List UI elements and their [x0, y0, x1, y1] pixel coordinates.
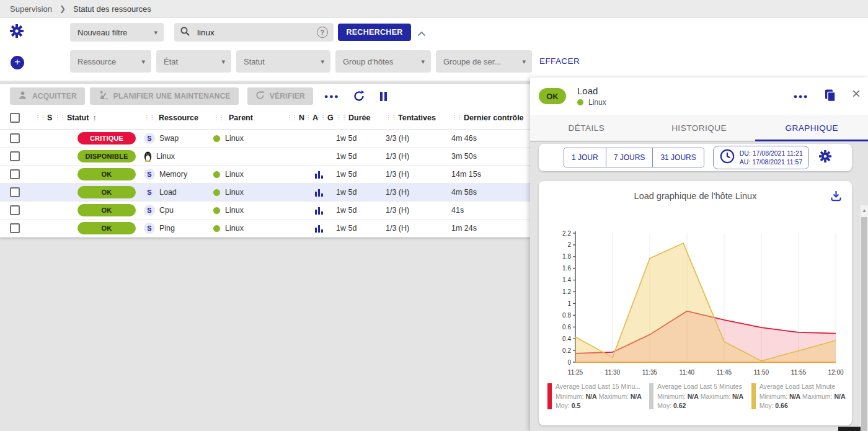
criteria-chip-statut[interactable]: Statut▾: [236, 50, 330, 73]
more-actions-icon[interactable]: ●●●: [324, 92, 339, 100]
chevron-down-icon: ▾: [421, 58, 425, 66]
row-checkbox[interactable]: [10, 169, 20, 179]
drag-handle-icon[interactable]: ⋮⋮: [213, 114, 224, 121]
add-criteria-button[interactable]: +: [11, 56, 24, 69]
drag-handle-icon[interactable]: ⋮⋮: [300, 114, 311, 121]
range-button-1-jour[interactable]: 1 JOUR: [564, 148, 606, 167]
tab-graphique[interactable]: GRAPHIQUE: [755, 115, 868, 141]
load-chart[interactable]: 11:2511:3011:3511:4011:4511:5011:5512:00…: [547, 226, 844, 380]
column-header-dur-e[interactable]: ⋮⋮Durée: [336, 113, 386, 122]
range-button-7-jours[interactable]: 7 JOURS: [606, 148, 653, 167]
table-row-linux[interactable]: DISPONIBLELinux1w 5d1/3 (H)3m 50s: [0, 148, 530, 166]
drag-handle-icon[interactable]: ⋮⋮: [386, 114, 396, 121]
criteria-chip-groupe-de-ser-[interactable]: Groupe de ser...▾: [436, 50, 532, 73]
column-header-g[interactable]: ⋮⋮G: [315, 113, 336, 122]
drag-handle-icon[interactable]: ⋮⋮: [55, 114, 65, 121]
row-checkbox[interactable]: [10, 205, 20, 215]
table-row-ping[interactable]: OKSPingLinux1w 5d1/3 (H)1m 24s: [0, 220, 530, 238]
refresh-icon[interactable]: [353, 90, 365, 102]
table-body: CRITIQUESSwapLinux1w 5d3/3 (H)4m 46sDISP…: [0, 130, 530, 238]
breadcrumb-section[interactable]: Supervision: [10, 4, 52, 14]
parent-name[interactable]: Linux: [225, 170, 244, 179]
column-header-tentatives[interactable]: ⋮⋮Tentatives: [386, 113, 451, 122]
criteria-chip--tat[interactable]: État▾: [156, 50, 231, 73]
panel-parent-host[interactable]: Linux: [588, 98, 606, 107]
parent-name[interactable]: Linux: [225, 206, 244, 215]
resource-name[interactable]: Load: [159, 188, 177, 197]
breadcrumb-page[interactable]: Statut des ressources: [73, 4, 151, 14]
table-row-cpu[interactable]: OKSCpuLinux1w 5d1/3 (H)41s: [0, 202, 530, 220]
criteria-chip-ressource[interactable]: Ressource▾: [70, 50, 151, 73]
parent-name[interactable]: Linux: [225, 134, 244, 143]
range-button-31-jours[interactable]: 31 JOURS: [652, 148, 703, 167]
row-checkbox[interactable]: [10, 223, 20, 233]
export-download-icon[interactable]: [830, 190, 842, 204]
column-header-ressource[interactable]: ⋮⋮Ressource: [139, 113, 211, 122]
column-header-statut[interactable]: ⋮⋮Statut↑: [55, 113, 139, 122]
check-button[interactable]: VÉRIFIER: [247, 87, 313, 105]
resource-name[interactable]: Swap: [159, 134, 179, 143]
tab-historique[interactable]: HISTORIQUE: [643, 115, 756, 141]
column-label: Ressource: [159, 113, 198, 122]
search-button[interactable]: RECHERCHER: [338, 24, 411, 41]
row-checkbox[interactable]: [10, 187, 20, 197]
table-row-load[interactable]: OKSLoadLinux1w 5d1/3 (H)4m 58s: [0, 184, 530, 202]
row-checkbox[interactable]: [10, 151, 20, 161]
drag-handle-icon[interactable]: ⋮⋮: [336, 114, 347, 121]
pause-icon[interactable]: [379, 92, 388, 101]
search-box[interactable]: ?: [174, 23, 334, 42]
drag-handle-icon[interactable]: ⋮⋮: [315, 114, 326, 121]
copy-link-icon[interactable]: [823, 89, 837, 105]
panel-more-actions-icon[interactable]: ●●●: [794, 92, 808, 100]
graph-settings-gear-icon[interactable]: [819, 150, 831, 165]
legend-item[interactable]: Average Load Last 5 MinutesMinimum: N/A …: [649, 382, 743, 411]
criteria-chip-label: Ressource: [78, 57, 116, 66]
search-help-icon[interactable]: ?: [317, 27, 328, 38]
column-header-parent[interactable]: ⋮⋮Parent: [211, 113, 286, 122]
table-row-memory[interactable]: OKSMemoryLinux1w 5d1/3 (H)14m 15s: [0, 166, 530, 184]
criteria-chip-group-d-h-tes[interactable]: Group d'hôtes▾: [335, 50, 431, 73]
resource-name[interactable]: Memory: [159, 170, 187, 179]
graph-icon[interactable]: [315, 207, 324, 215]
collapse-filters-chevron-up-icon[interactable]: [417, 28, 426, 39]
legend-item[interactable]: Average Load Last 15 Minu...Minimum: N/A…: [547, 382, 642, 411]
table-header-row: ⋮⋮S⋮⋮Statut↑⋮⋮Ressource⋮⋮Parent⋮⋮N⋮⋮A⋮⋮G…: [0, 106, 530, 130]
scrollbar-thumb[interactable]: [861, 217, 867, 431]
parent-name[interactable]: Linux: [225, 224, 244, 233]
acknowledge-button[interactable]: ACQUITTER: [10, 87, 85, 105]
drag-handle-icon[interactable]: ⋮⋮: [144, 114, 154, 121]
scroll-up-arrow-icon[interactable]: ▲: [861, 205, 868, 216]
drag-handle-icon[interactable]: ⋮⋮: [451, 114, 462, 121]
legend-item[interactable]: Average Load Last MinuteMinimum: N/A Max…: [751, 382, 846, 411]
filter-settings-gear-icon[interactable]: [10, 24, 24, 40]
graph-icon[interactable]: [315, 224, 324, 233]
panel-vertical-scrollbar[interactable]: ▲: [861, 205, 868, 431]
drag-handle-icon[interactable]: ⋮⋮: [35, 114, 45, 121]
close-panel-icon[interactable]: ×: [852, 86, 861, 101]
select-all-checkbox[interactable]: [10, 113, 20, 123]
parent-name[interactable]: Linux: [225, 188, 244, 197]
clear-filters-button[interactable]: EFFACER: [539, 56, 580, 66]
column-header-n[interactable]: ⋮⋮N: [286, 113, 300, 122]
resource-name[interactable]: Ping: [159, 224, 175, 233]
column-header-a[interactable]: ⋮⋮A: [300, 113, 315, 122]
table-row-swap[interactable]: CRITIQUESSwapLinux1w 5d3/3 (H)4m 46s: [0, 130, 530, 148]
resource-name[interactable]: Linux: [156, 152, 175, 161]
tab-d-tails[interactable]: DÉTAILS: [530, 115, 643, 141]
custom-period-box[interactable]: DU: 17/08/2021 11:21 AU: 17/08/2021 11:5…: [713, 146, 809, 169]
saved-filter-select[interactable]: Nouveau filtre ▾: [70, 23, 164, 42]
graph-icon[interactable]: [315, 171, 324, 179]
row-checkbox[interactable]: [10, 133, 20, 143]
search-input[interactable]: [196, 27, 304, 38]
svg-text:11:55: 11:55: [790, 369, 806, 376]
graph-icon[interactable]: [315, 189, 324, 197]
resource-name[interactable]: Cpu: [159, 206, 174, 215]
duration-cell: 1w 5d: [336, 224, 386, 233]
downtime-button[interactable]: PLANIFIER UNE MAINTENANCE: [90, 87, 239, 105]
panel-title: Load: [577, 86, 606, 96]
column-header-s[interactable]: ⋮⋮S: [30, 113, 55, 122]
panel-horizontal-scrollbar-thumb[interactable]: [838, 427, 861, 431]
column-header-dernier-contr-le[interactable]: ⋮⋮Dernier contrôle: [451, 113, 530, 122]
drag-handle-icon[interactable]: ⋮⋮: [286, 114, 297, 121]
svg-text:1.8: 1.8: [562, 253, 571, 260]
